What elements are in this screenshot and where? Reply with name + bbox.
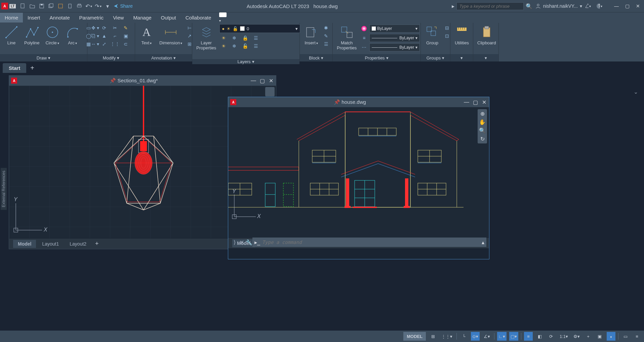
copy-icon[interactable]: ⿻: [89, 32, 97, 40]
redo-icon[interactable]: ↷: [95, 3, 101, 9]
explode-icon[interactable]: ▣: [122, 32, 130, 40]
tab-annotate[interactable]: Annotate: [45, 13, 75, 23]
layer-match-icon[interactable]: ☰: [252, 34, 260, 42]
tab-featured[interactable]: ▾: [216, 11, 230, 24]
layout-tab-model[interactable]: Model: [13, 240, 36, 248]
status-cycle-icon[interactable]: ⟳: [547, 332, 556, 341]
status-transparency-icon[interactable]: ◧: [535, 332, 544, 341]
color-dropdown[interactable]: ByLayer▾: [369, 25, 420, 33]
share-button[interactable]: Share: [113, 3, 132, 9]
linetype-icon[interactable]: ⋯: [360, 44, 368, 51]
status-osnap-icon[interactable]: ∟▾: [497, 332, 507, 341]
layer-thaw-icon[interactable]: ❄: [230, 42, 238, 50]
status-ortho-icon[interactable]: └: [459, 332, 468, 341]
layer-unlock-icon[interactable]: 🔓: [241, 42, 249, 50]
open-web-icon[interactable]: [57, 3, 64, 9]
fillet-icon[interactable]: ⌐: [111, 32, 119, 40]
status-grid-icon[interactable]: ⊞: [429, 332, 437, 341]
help-icon[interactable]: ?: [596, 3, 602, 9]
tab-home[interactable]: Home: [0, 13, 23, 23]
insert-tool[interactable]: Insert: [302, 24, 321, 46]
tab-collaborate[interactable]: Collaborate: [181, 13, 216, 23]
color-wheel-icon[interactable]: [360, 25, 368, 32]
edit-block-icon[interactable]: ✎: [322, 32, 330, 40]
polyline-tool[interactable]: Polyline: [22, 24, 42, 46]
utilities-tool[interactable]: Utilities: [452, 24, 471, 46]
dimension-tool[interactable]: Dimension: [157, 24, 184, 46]
status-custom-icon[interactable]: ≡: [633, 332, 641, 341]
layer-iso-icon[interactable]: ☀: [219, 42, 228, 50]
save-web-icon[interactable]: [67, 3, 73, 9]
tab-parametric[interactable]: Parametric: [75, 13, 109, 23]
status-annoscale-icon[interactable]: 1:1▾: [558, 332, 569, 341]
nav-bar[interactable]: ⊕ ✋ 🔍 ↻: [478, 109, 487, 143]
tab-manage[interactable]: Manage: [128, 13, 156, 23]
trim-icon[interactable]: ✂: [111, 24, 119, 32]
status-model-space[interactable]: MODEL: [403, 332, 426, 341]
layer-lock-icon[interactable]: 🔒: [241, 34, 249, 42]
mirror-icon[interactable]: ▲: [100, 32, 108, 40]
tab-view[interactable]: View: [108, 13, 128, 23]
match-properties-tool[interactable]: MatchProperties: [335, 24, 359, 51]
doc-max-button[interactable]: ▢: [472, 99, 478, 105]
status-quickprops-icon[interactable]: ▣: [595, 332, 604, 341]
stretch-icon[interactable]: ↔: [89, 40, 97, 48]
ungroup-icon[interactable]: ⊟: [443, 24, 451, 32]
array-icon[interactable]: ⋮⋮: [111, 40, 119, 48]
doc-close-button[interactable]: ✕: [481, 99, 487, 105]
panel-title-clipboard[interactable]: ▾: [473, 54, 498, 61]
maximize-button[interactable]: ▢: [622, 3, 632, 9]
status-snap-icon[interactable]: ⋮⋮▾: [440, 332, 454, 341]
layout-add-button[interactable]: +: [92, 240, 102, 247]
create-block-icon[interactable]: ✱: [322, 24, 330, 32]
qat-dropdown-icon[interactable]: ▾: [105, 3, 111, 9]
scale-icon[interactable]: ⤢: [100, 40, 108, 48]
arc-tool[interactable]: Arc: [63, 24, 82, 46]
erase-icon[interactable]: ✎: [122, 24, 130, 32]
group-tool[interactable]: Group: [423, 24, 442, 46]
group-edit-icon[interactable]: ⊡: [443, 32, 451, 40]
user-menu[interactable]: nishant.naikVY...▾: [535, 3, 582, 9]
doc-min-button[interactable]: —: [464, 99, 470, 105]
status-lwt-icon[interactable]: ≡: [524, 332, 533, 341]
filetab-start[interactable]: Start: [3, 63, 26, 73]
text-tool[interactable]: AText: [137, 24, 156, 46]
nav-zoom-icon[interactable]: 🔍: [479, 127, 486, 134]
status-iso-icon[interactable]: ∠▾: [482, 332, 491, 341]
command-line[interactable]: ⟩ ✕ 🔧 ▸_ ▴: [252, 238, 486, 247]
status-hardware-icon[interactable]: ⬧: [607, 332, 615, 341]
status-polar-icon[interactable]: ⊙▾: [471, 332, 480, 341]
cmd-history-icon[interactable]: ▴: [482, 239, 484, 246]
panel-title-layers[interactable]: Layers▾: [192, 59, 299, 64]
close-button[interactable]: ✕: [633, 3, 643, 9]
status-otrack-icon[interactable]: ▢▾: [509, 332, 518, 341]
plot-icon[interactable]: [76, 3, 82, 9]
layout-tab-layout1[interactable]: Layout1: [37, 240, 64, 248]
cmd-x-icon[interactable]: ✕: [240, 239, 244, 246]
layer-properties-tool[interactable]: LayerProperties: [194, 24, 218, 51]
canvas-house[interactable]: XY ⊕ ✋ 🔍 ↻: [228, 107, 489, 238]
rotate-icon[interactable]: ⟳: [100, 24, 108, 32]
panel-title-draw[interactable]: Draw▾: [0, 54, 87, 61]
doc-min-button[interactable]: —: [250, 78, 256, 84]
search-play-icon[interactable]: ▸: [452, 3, 454, 9]
layer-dropdown[interactable]: ● ☀ 🔓 0 ▾: [219, 24, 300, 33]
offset-icon[interactable]: ⊂: [122, 40, 130, 48]
autodesk-app-icon[interactable]: [585, 3, 591, 9]
nav-wheel-icon[interactable]: ⊕: [480, 111, 485, 117]
status-gear-icon[interactable]: ⚙▾: [572, 332, 581, 341]
doc-close-button[interactable]: ✕: [268, 78, 274, 84]
lineweight-icon[interactable]: ≡: [360, 34, 368, 42]
new-icon[interactable]: [20, 3, 26, 9]
line-tool[interactable]: Line: [2, 24, 21, 46]
panel-title-utilities[interactable]: ▾: [450, 54, 473, 61]
tab-output[interactable]: Output: [156, 13, 181, 23]
clipboard-tool[interactable]: Clipboard: [475, 24, 498, 46]
tab-insert[interactable]: Insert: [23, 13, 45, 23]
attr-icon[interactable]: ☰: [322, 40, 330, 48]
status-plus-icon[interactable]: +: [584, 332, 593, 341]
viewcube[interactable]: [265, 87, 275, 96]
minimize-button[interactable]: —: [612, 3, 621, 9]
layer-off-icon[interactable]: ☀: [219, 34, 228, 42]
linetype-dropdown[interactable]: ByLayer▾: [369, 43, 420, 51]
